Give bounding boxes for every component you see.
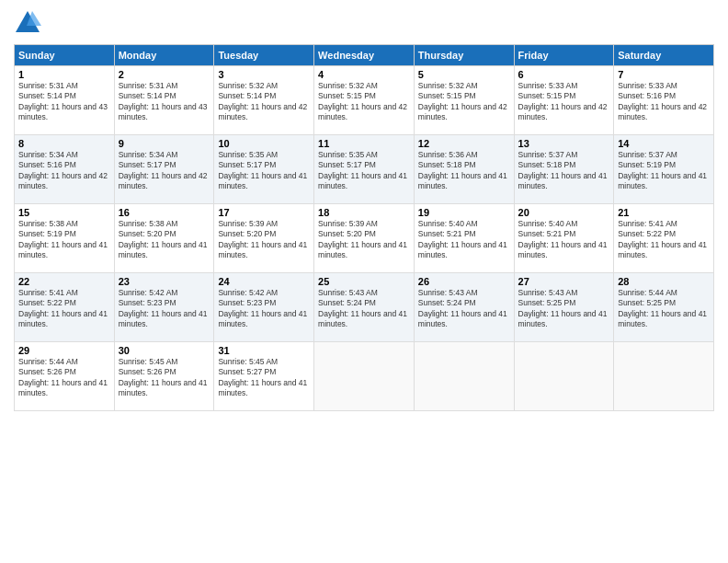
day-info: Sunrise: 5:39 AMSunset: 5:20 PMDaylight:… [318,219,407,259]
calendar-day-cell: 20 Sunrise: 5:40 AMSunset: 5:21 PMDaylig… [514,204,614,273]
day-info: Sunrise: 5:41 AMSunset: 5:22 PMDaylight:… [18,288,108,328]
day-number: 19 [418,207,510,218]
day-info: Sunrise: 5:33 AMSunset: 5:15 PMDaylight:… [518,81,608,121]
day-number: 16 [119,207,210,218]
calendar-day-cell: 21 Sunrise: 5:41 AMSunset: 5:22 PMDaylig… [614,204,714,273]
weekday-header-cell: Friday [514,45,614,66]
logo-icon [14,9,41,37]
calendar-day-cell: 22 Sunrise: 5:41 AMSunset: 5:22 PMDaylig… [15,273,115,342]
weekday-header-cell: Tuesday [214,45,314,66]
day-number: 31 [218,345,310,356]
day-info: Sunrise: 5:32 AMSunset: 5:14 PMDaylight:… [218,81,307,121]
day-number: 25 [318,276,410,287]
calendar-day-cell: 18 Sunrise: 5:39 AMSunset: 5:20 PMDaylig… [314,204,415,273]
calendar-day-cell: 24 Sunrise: 5:42 AMSunset: 5:23 PMDaylig… [214,273,314,342]
day-info: Sunrise: 5:33 AMSunset: 5:16 PMDaylight:… [618,81,707,121]
day-info: Sunrise: 5:45 AMSunset: 5:26 PMDaylight:… [119,357,208,397]
day-info: Sunrise: 5:34 AMSunset: 5:16 PMDaylight:… [18,150,108,190]
calendar-day-cell: 16 Sunrise: 5:38 AMSunset: 5:20 PMDaylig… [114,204,214,273]
day-number: 3 [218,69,310,80]
day-info: Sunrise: 5:38 AMSunset: 5:20 PMDaylight:… [119,219,208,259]
day-info: Sunrise: 5:43 AMSunset: 5:24 PMDaylight:… [418,288,507,328]
calendar-day-cell: 7 Sunrise: 5:33 AMSunset: 5:16 PMDayligh… [614,66,714,135]
day-info: Sunrise: 5:39 AMSunset: 5:20 PMDaylight:… [218,219,307,259]
day-number: 21 [618,207,710,218]
page-header [14,9,714,37]
weekday-header-cell: Wednesday [314,45,415,66]
day-number: 30 [119,345,210,356]
day-number: 24 [218,276,310,287]
day-number: 2 [119,69,210,80]
day-number: 29 [18,345,110,356]
calendar-day-cell: 6 Sunrise: 5:33 AMSunset: 5:15 PMDayligh… [514,66,614,135]
day-number: 26 [418,276,510,287]
day-number: 28 [618,276,710,287]
logo [14,9,45,37]
page-container: SundayMondayTuesdayWednesdayThursdayFrid… [0,0,728,563]
day-number: 22 [18,276,110,287]
calendar-day-cell: 13 Sunrise: 5:37 AMSunset: 5:18 PMDaylig… [514,135,614,204]
calendar-day-cell: 25 Sunrise: 5:43 AMSunset: 5:24 PMDaylig… [314,273,415,342]
day-info: Sunrise: 5:42 AMSunset: 5:23 PMDaylight:… [119,288,208,328]
day-info: Sunrise: 5:36 AMSunset: 5:18 PMDaylight:… [418,150,507,190]
day-number: 18 [318,207,410,218]
day-number: 12 [418,138,510,149]
day-info: Sunrise: 5:40 AMSunset: 5:21 PMDaylight:… [518,219,608,259]
calendar-day-cell: 30 Sunrise: 5:45 AMSunset: 5:26 PMDaylig… [114,342,214,411]
day-info: Sunrise: 5:44 AMSunset: 5:26 PMDaylight:… [18,357,108,397]
calendar-week-row: 29 Sunrise: 5:44 AMSunset: 5:26 PMDaylig… [15,342,714,411]
calendar-day-cell: 31 Sunrise: 5:45 AMSunset: 5:27 PMDaylig… [214,342,314,411]
calendar-day-cell: 26 Sunrise: 5:43 AMSunset: 5:24 PMDaylig… [414,273,514,342]
calendar-day-cell: 5 Sunrise: 5:32 AMSunset: 5:15 PMDayligh… [414,66,514,135]
day-info: Sunrise: 5:34 AMSunset: 5:17 PMDaylight:… [119,150,208,190]
day-number: 13 [518,138,610,149]
calendar-day-cell: 29 Sunrise: 5:44 AMSunset: 5:26 PMDaylig… [15,342,115,411]
weekday-header-cell: Monday [114,45,214,66]
day-number: 23 [119,276,210,287]
calendar-day-cell: 15 Sunrise: 5:38 AMSunset: 5:19 PMDaylig… [15,204,115,273]
day-info: Sunrise: 5:37 AMSunset: 5:19 PMDaylight:… [618,150,707,190]
day-info: Sunrise: 5:42 AMSunset: 5:23 PMDaylight:… [218,288,307,328]
day-number: 4 [318,69,410,80]
calendar-day-cell: 28 Sunrise: 5:44 AMSunset: 5:25 PMDaylig… [614,273,714,342]
day-info: Sunrise: 5:43 AMSunset: 5:24 PMDaylight:… [318,288,407,328]
calendar-day-cell: 19 Sunrise: 5:40 AMSunset: 5:21 PMDaylig… [414,204,514,273]
day-info: Sunrise: 5:37 AMSunset: 5:18 PMDaylight:… [518,150,608,190]
calendar-week-row: 15 Sunrise: 5:38 AMSunset: 5:19 PMDaylig… [15,204,714,273]
day-info: Sunrise: 5:32 AMSunset: 5:15 PMDaylight:… [318,81,407,121]
calendar-day-cell: 23 Sunrise: 5:42 AMSunset: 5:23 PMDaylig… [114,273,214,342]
day-number: 1 [18,69,110,80]
calendar-day-cell [314,342,415,411]
day-info: Sunrise: 5:31 AMSunset: 5:14 PMDaylight:… [18,81,108,121]
day-number: 7 [618,69,710,80]
day-number: 11 [318,138,410,149]
day-number: 8 [18,138,110,149]
day-number: 17 [218,207,310,218]
weekday-header-row: SundayMondayTuesdayWednesdayThursdayFrid… [15,45,714,66]
day-info: Sunrise: 5:45 AMSunset: 5:27 PMDaylight:… [218,357,307,397]
day-number: 27 [518,276,610,287]
calendar-body: 1 Sunrise: 5:31 AMSunset: 5:14 PMDayligh… [15,66,714,411]
calendar-week-row: 8 Sunrise: 5:34 AMSunset: 5:16 PMDayligh… [15,135,714,204]
day-number: 10 [218,138,310,149]
day-info: Sunrise: 5:43 AMSunset: 5:25 PMDaylight:… [518,288,608,328]
day-number: 9 [119,138,210,149]
day-number: 15 [18,207,110,218]
calendar-day-cell: 27 Sunrise: 5:43 AMSunset: 5:25 PMDaylig… [514,273,614,342]
calendar-day-cell [514,342,614,411]
weekday-header-cell: Sunday [15,45,115,66]
calendar-day-cell: 10 Sunrise: 5:35 AMSunset: 5:17 PMDaylig… [214,135,314,204]
day-number: 14 [618,138,710,149]
calendar-day-cell: 4 Sunrise: 5:32 AMSunset: 5:15 PMDayligh… [314,66,415,135]
day-info: Sunrise: 5:35 AMSunset: 5:17 PMDaylight:… [318,150,407,190]
calendar-day-cell: 14 Sunrise: 5:37 AMSunset: 5:19 PMDaylig… [614,135,714,204]
calendar-day-cell: 2 Sunrise: 5:31 AMSunset: 5:14 PMDayligh… [114,66,214,135]
calendar-day-cell: 9 Sunrise: 5:34 AMSunset: 5:17 PMDayligh… [114,135,214,204]
weekday-header-cell: Saturday [614,45,714,66]
day-info: Sunrise: 5:40 AMSunset: 5:21 PMDaylight:… [418,219,507,259]
day-info: Sunrise: 5:31 AMSunset: 5:14 PMDaylight:… [119,81,208,121]
day-info: Sunrise: 5:41 AMSunset: 5:22 PMDaylight:… [618,219,707,259]
calendar-week-row: 1 Sunrise: 5:31 AMSunset: 5:14 PMDayligh… [15,66,714,135]
day-number: 6 [518,69,610,80]
calendar-week-row: 22 Sunrise: 5:41 AMSunset: 5:22 PMDaylig… [15,273,714,342]
